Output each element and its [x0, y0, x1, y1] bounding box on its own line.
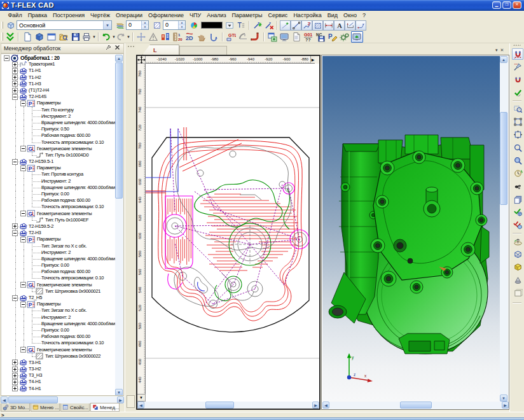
menu-item-Анализ[interactable]: Анализ	[204, 11, 229, 19]
menu-item-Операции[interactable]: Операции	[113, 11, 146, 19]
menu-item-Правка[interactable]: Правка	[25, 11, 50, 19]
tree-node-pi[interactable]: PПараметры	[2, 165, 115, 171]
tree-node-ge[interactable]: GГеометрические элементы	[2, 211, 115, 217]
tree-expander-minus[interactable]	[20, 282, 26, 288]
menu-item-Настройка[interactable]: Настройка	[291, 11, 324, 19]
tree-expander-plus[interactable]	[12, 373, 18, 379]
snap-dimarrow-toggle[interactable]	[345, 20, 355, 31]
page-tab-inactive[interactable]	[179, 46, 227, 55]
tree-vertical-scrollbar[interactable]: ▲▼	[115, 55, 123, 396]
menu-item-Вид[interactable]: Вид	[324, 11, 340, 19]
tree-expander-minus[interactable]	[20, 302, 26, 307]
cube-wire-button[interactable]	[512, 249, 523, 260]
print-button[interactable]: ▼	[81, 31, 96, 43]
check-green-button[interactable]	[512, 87, 523, 99]
tree-node-param[interactable]: Вращение шпинделя: 4000.00об/мин	[2, 256, 115, 262]
tree-node-hatch[interactable]: Тип: Штриховка 0x9000021	[2, 288, 115, 295]
hand-button[interactable]	[196, 31, 208, 43]
splitter-button[interactable]	[127, 395, 135, 408]
snap-line-toggle[interactable]	[291, 20, 301, 31]
nc-save-button[interactable]: NC	[315, 31, 327, 43]
tree-expander-plus[interactable]	[12, 81, 18, 87]
new-doc-button[interactable]	[21, 31, 33, 43]
menu-item-?[interactable]: ?	[359, 11, 368, 19]
model-horizontal-scrollbar[interactable]: ◀▶	[322, 402, 509, 409]
spin-down-icon[interactable]: ▼	[142, 25, 148, 30]
tree-node-param[interactable]: Рабочая подача: 600.00	[2, 269, 115, 275]
magnet2-button[interactable]	[512, 74, 523, 86]
panel-tab-0[interactable]: 3D Мо...	[1, 403, 30, 412]
update-all-button[interactable]	[512, 220, 523, 231]
current-color-swatch[interactable]	[201, 22, 223, 29]
panel-tab-1[interactable]: Меню ...	[31, 403, 60, 412]
tree-node-tool[interactable]: 20T3-H2	[2, 366, 115, 372]
gears-button[interactable]	[339, 31, 351, 43]
tree-expander-minus[interactable]	[20, 347, 26, 353]
model-vscroll-down-arrow-icon[interactable]: ▼	[500, 395, 507, 402]
mdi-close-icon[interactable]: ✕	[500, 47, 504, 53]
panel-header[interactable]: Менеджер обработок	[1, 43, 124, 53]
model-vscroll-thumb[interactable]	[500, 112, 507, 205]
tree-node-param[interactable]: Точность аппроксимации: 0.10	[2, 340, 115, 346]
tree-expander-minus[interactable]	[12, 230, 18, 236]
tree-node-tool[interactable]: 20T4-H1	[2, 379, 115, 385]
title-bar[interactable]: T-FLEX CAD ▁ ❐ ✕	[0, 0, 524, 11]
tree-node-param[interactable]: Инструмент: 2	[2, 314, 115, 321]
save-button[interactable]	[69, 31, 81, 43]
scale-button[interactable]: 120	[172, 31, 184, 43]
drawing-hscroll-right-arrow-icon[interactable]: ▶	[312, 402, 319, 409]
page2-button[interactable]	[291, 31, 303, 43]
close-panel-icon[interactable]	[114, 45, 122, 52]
zoom-sphere-button[interactable]	[512, 155, 523, 166]
ruler-right-arrow-icon[interactable]: ▶	[310, 56, 315, 64]
tree-expander-minus[interactable]	[20, 165, 26, 171]
tree-node-tool[interactable]: 20T2-H159.5-1	[2, 158, 115, 165]
menu-item-Сервис[interactable]: Сервис	[265, 11, 291, 19]
pages-button[interactable]	[512, 193, 523, 205]
tree-hscroll-thumb[interactable]	[8, 396, 58, 403]
tree-node-pi[interactable]: PПараметры	[2, 100, 115, 106]
model-vertical-scrollbar[interactable]: ▲▼	[500, 56, 508, 402]
gtl-button[interactable]: GTL	[225, 31, 237, 43]
tree-node-param[interactable]: Рабочая подача: 600.00	[2, 197, 115, 204]
snap-hatch-toggle[interactable]	[312, 20, 323, 31]
tree-node-tool[interactable]: 20T3_H3	[2, 372, 115, 379]
tree-expander-minus[interactable]	[20, 237, 26, 242]
pipe-button[interactable]	[249, 31, 261, 43]
frag2d-button[interactable]: 2D	[184, 31, 196, 43]
hook-button[interactable]	[208, 31, 220, 43]
minimize-button[interactable]: ▁	[492, 1, 501, 9]
tree-expander-minus[interactable]	[20, 211, 26, 216]
cone-button[interactable]	[512, 274, 523, 286]
color-dropdown-button[interactable]	[224, 20, 235, 31]
warning-button[interactable]	[148, 31, 160, 43]
menu-item-Чертж[interactable]: Чертёж	[88, 11, 113, 19]
sheet-button[interactable]	[512, 287, 523, 298]
level-spinner[interactable]: 0 ▲▼	[163, 20, 186, 30]
page-tab[interactable]: L	[142, 45, 179, 55]
tree-node-param[interactable]: Инструмент: 2	[2, 249, 115, 256]
panel-tab-2[interactable]: Свойс...	[60, 403, 90, 412]
tree-node-param[interactable]: Вращение шпинделя: 4000.00об/мин	[2, 321, 115, 327]
turntable-button[interactable]	[512, 235, 523, 247]
tree-node-param[interactable]: Вращение шпинделя: 4000.00об/мин	[2, 185, 115, 191]
tree-vscroll-down-arrow-icon[interactable]: ▼	[115, 389, 123, 396]
tree-expander-minus[interactable]	[12, 94, 18, 100]
dropdown-arrow-icon[interactable]: ▼	[127, 35, 130, 39]
drawing-hscroll-left-arrow-icon[interactable]: ◀	[137, 402, 144, 409]
tree-node-tool[interactable]: 20T1-H2	[2, 74, 115, 81]
tree-node-traj[interactable]: Траектория1	[2, 61, 115, 67]
panel-splitter[interactable]	[125, 43, 136, 412]
fit-all-button[interactable]	[512, 129, 523, 141]
tree-node-hatch[interactable]: Тип: Штриховка 0x9000022	[2, 353, 115, 360]
tree-node-tool[interactable]: 20T2-H3	[2, 230, 115, 236]
tree-expander-plus[interactable]	[12, 74, 18, 80]
tree-vscroll-up-arrow-icon[interactable]: ▲	[115, 55, 123, 62]
tree-node-param[interactable]: Припуск: 0.50	[2, 126, 115, 132]
tree-expander-plus[interactable]	[12, 223, 18, 229]
menu-item-Файл[interactable]: Файл	[5, 11, 25, 19]
tree-node-ge[interactable]: GГеометрические элементы	[2, 282, 115, 288]
tree-expander-minus[interactable]	[4, 55, 10, 61]
tree-expander-minus[interactable]	[20, 146, 26, 151]
snap-dim-toggle[interactable]	[323, 20, 334, 31]
